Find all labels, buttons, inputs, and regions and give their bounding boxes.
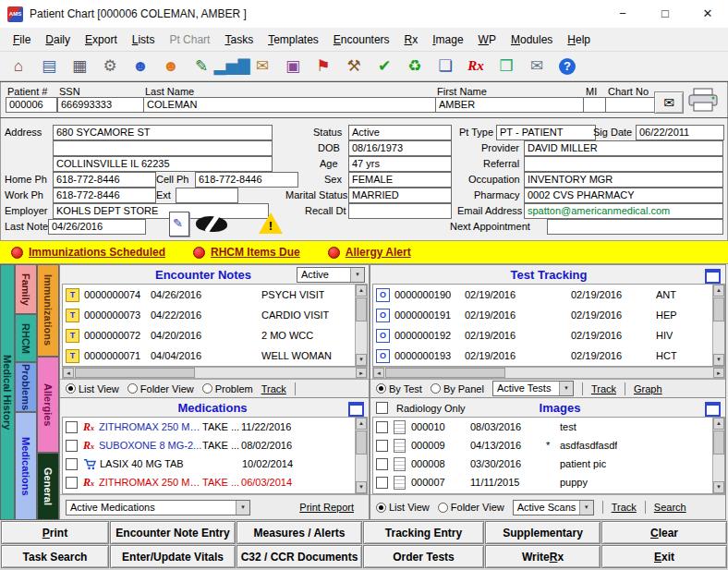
track-link[interactable]: Track [261, 383, 286, 394]
scroll-down-icon[interactable]: ▼ [356, 481, 367, 493]
search-link[interactable]: Search [654, 502, 686, 513]
tab-general[interactable]: General [37, 453, 59, 520]
status-field[interactable]: Active [348, 125, 452, 140]
button-enter-update-vitals[interactable]: Enter/Update Vitals [110, 545, 236, 568]
last-name-field[interactable]: COLEMAN [143, 97, 437, 113]
alert-link-immunizations-scheduled[interactable]: Immunizations Scheduled [11, 246, 165, 259]
scroll-down-icon[interactable]: ▼ [713, 354, 724, 366]
age-field[interactable]: 47 yrs [348, 156, 452, 172]
menu-encounters[interactable]: Encounters [326, 28, 397, 52]
provider-field[interactable]: DAVID MILLER [524, 140, 723, 156]
menu-wp[interactable]: WP [471, 28, 504, 52]
encounter-note-row[interactable]: T000000007404/26/2016PSYCH VISIT [63, 285, 355, 305]
next-appointment-field[interactable] [547, 219, 723, 235]
alert-link-allergy-alert[interactable]: Allergy Alert [328, 246, 411, 259]
medication-row[interactable]: LASIX 40 MG TAB10/02/2014 [63, 455, 355, 473]
cell-ph-field[interactable]: 618-772-8446 [195, 172, 298, 188]
patient-no-field[interactable]: 000006 [6, 97, 57, 113]
recall-dt-field[interactable] [348, 203, 452, 219]
tab-problems[interactable]: Problems [15, 362, 37, 412]
menu-file[interactable]: File [6, 28, 38, 52]
by-panel-radio[interactable]: By Panel [431, 383, 484, 394]
pushpin-icon[interactable]: ⚑ [309, 53, 337, 79]
gear-icon[interactable]: ⚙ [96, 53, 124, 79]
checkbox[interactable] [66, 458, 78, 470]
medication-row[interactable]: RxZITHROMAX 250 MG...TAKE ...06/03/2014 [63, 473, 355, 491]
scroll-left-icon[interactable]: ◄ [373, 368, 384, 378]
button-c32-ccr-documents[interactable]: C32 / CCR Documents [237, 545, 362, 568]
tools-icon[interactable]: ⚒ [340, 53, 368, 79]
chart-no-field[interactable] [605, 97, 655, 113]
horizontal-scrollbar[interactable]: ◄ ► [372, 367, 725, 379]
checkbox[interactable] [376, 477, 388, 489]
refresh-icon[interactable]: ♻ [401, 53, 429, 79]
tab-family[interactable]: Family [15, 264, 37, 314]
last-note-field[interactable]: 04/26/2016 [48, 219, 146, 235]
button-write-rx[interactable]: Write Rx [485, 545, 601, 568]
button-supplementary[interactable]: Supplementary [485, 521, 601, 544]
printer-icon[interactable]: ▦ [66, 53, 93, 79]
task-check-icon[interactable]: ✔ [370, 53, 398, 79]
button-print[interactable]: Print [1, 521, 109, 544]
menu-tasks[interactable]: Tasks [217, 28, 261, 52]
menu-rx[interactable]: Rx [397, 28, 426, 52]
checkbox[interactable] [376, 458, 388, 470]
scroll-right-icon[interactable]: ► [356, 368, 367, 378]
scroll-up-icon[interactable]: ▲ [356, 418, 367, 430]
open-note-icon[interactable] [169, 212, 189, 236]
home-ph-field[interactable]: 618-772-8446 [53, 172, 156, 188]
scroll-up-icon[interactable]: ▲ [356, 285, 367, 297]
checkbox[interactable] [376, 440, 388, 452]
checkbox[interactable] [66, 477, 78, 489]
help-icon[interactable]: ? [553, 53, 581, 79]
checkbox[interactable] [66, 421, 78, 433]
alert-link-rhcm-items-due[interactable]: RHCM Items Due [193, 246, 300, 259]
button-task-search[interactable]: Task Search [1, 545, 109, 568]
checkbox[interactable] [66, 440, 78, 452]
tab-medical-history[interactable]: Medical History [0, 264, 15, 520]
test-filter-select[interactable]: Active Tests ▼ [492, 381, 574, 396]
medication-row[interactable]: RxZITHROMAX 250 MG...TAKE ...11/22/2016 [63, 418, 355, 436]
chart-file-icon[interactable]: ▤ [35, 53, 63, 79]
book-icon[interactable]: ❏ [431, 53, 459, 79]
chart-bars-icon[interactable]: ▂▅▇ [218, 53, 246, 79]
medications-filter-select[interactable]: Active Medications ▼ [66, 500, 250, 515]
images-filter-select[interactable]: Active Scans ▼ [513, 500, 594, 515]
problem-radio[interactable]: Problem [202, 383, 253, 394]
patient-orange-icon[interactable]: ☻ [157, 53, 185, 79]
image-row[interactable]: 00000711/11/2015puppy [373, 473, 712, 491]
button-exit[interactable]: Exit [601, 545, 727, 568]
image-icon[interactable]: ❒ [492, 53, 520, 79]
print-chart-icon[interactable] [687, 88, 719, 116]
tab-rhcm[interactable]: RHCM [15, 314, 37, 362]
ext-field[interactable] [176, 188, 238, 203]
tab-medications[interactable]: Medications [15, 412, 37, 520]
vertical-scrollbar[interactable]: ▲ ▼ [712, 418, 724, 493]
work-ph-field[interactable]: 618-772-8446 [53, 188, 156, 203]
sig-date-field[interactable]: 06/22/2011 [636, 125, 724, 140]
encounter-filter-select[interactable]: Active ▼ [297, 267, 365, 283]
scrollbar-thumb[interactable] [713, 431, 724, 455]
list-view-radio[interactable]: List View [376, 502, 430, 513]
maximize-button[interactable]: □ [645, 0, 686, 28]
folder-view-radio[interactable]: Folder View [127, 383, 194, 394]
sex-field[interactable]: FEMALE [348, 172, 452, 188]
email-field[interactable]: spatton@americanmedical.com [524, 203, 723, 219]
maximize-panel-icon[interactable] [705, 269, 721, 284]
pharmacy-field[interactable]: 0002 CVS PHARMACY [524, 188, 723, 203]
encounter-note-row[interactable]: T000000007304/22/2016CARDIO VISIT [63, 305, 355, 325]
scroll-up-icon[interactable]: ▲ [713, 285, 724, 297]
home-icon[interactable]: ⌂ [5, 53, 32, 79]
skunk-icon[interactable] [194, 212, 231, 236]
rx-icon[interactable]: Rx [462, 53, 490, 79]
address1-field[interactable]: 680 SYCAMORE ST [53, 125, 273, 140]
print-report-link[interactable]: Print Report [299, 502, 354, 513]
scroll-down-icon[interactable]: ▼ [713, 481, 724, 493]
menu-pt-chart[interactable]: Pt Chart [162, 28, 217, 52]
scrollbar-thumb[interactable] [356, 297, 367, 321]
vertical-scrollbar[interactable]: ▲ ▼ [355, 418, 367, 493]
write-note-icon[interactable]: ✎ [188, 53, 215, 79]
encounter-note-row[interactable]: T000000007104/04/2016WELL WOMAN [63, 346, 355, 366]
message-button[interactable]: ✉ [654, 91, 684, 114]
scrollbar-thumb[interactable] [75, 368, 195, 378]
